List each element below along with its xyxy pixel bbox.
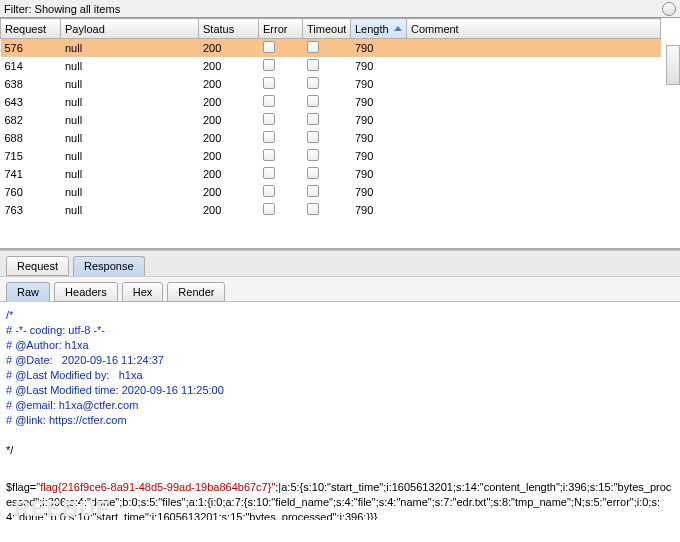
col-request[interactable]: Request (1, 19, 61, 39)
checkbox-icon (263, 131, 275, 143)
cell-request: 741 (1, 165, 61, 183)
response-line: # @link: https://ctfer.com (6, 413, 674, 428)
checkbox-icon (307, 41, 319, 53)
checkbox-icon (307, 131, 319, 143)
cell-comment (407, 129, 661, 147)
checkbox-icon (263, 113, 275, 125)
cell-request: 715 (1, 147, 61, 165)
tab-hex[interactable]: Hex (122, 282, 164, 302)
table-row[interactable]: 643null200790 (1, 93, 661, 111)
checkbox-icon (307, 77, 319, 89)
tab-headers[interactable]: Headers (54, 282, 118, 302)
response-line (6, 428, 674, 443)
results-table: Request Payload Status Error Timeout Len… (0, 18, 661, 219)
table-row[interactable]: 763null200790 (1, 201, 661, 219)
cell-timeout (303, 111, 351, 129)
cell-request: 763 (1, 201, 61, 219)
cell-error (259, 147, 303, 165)
cell-error (259, 165, 303, 183)
cell-request: 682 (1, 111, 61, 129)
table-row[interactable]: 741null200790 (1, 165, 661, 183)
checkbox-icon (263, 77, 275, 89)
cell-timeout (303, 75, 351, 93)
checkbox-icon (307, 149, 319, 161)
cell-length: 790 (351, 111, 407, 129)
col-timeout[interactable]: Timeout (303, 19, 351, 39)
col-comment[interactable]: Comment (407, 19, 661, 39)
cell-error (259, 201, 303, 219)
cell-status: 200 (199, 183, 259, 201)
checkbox-icon (263, 185, 275, 197)
tab-request[interactable]: Request (6, 256, 69, 276)
response-line: # @Author: h1xa (6, 338, 674, 353)
checkbox-icon (307, 203, 319, 215)
tab-response[interactable]: Response (73, 256, 145, 276)
cell-comment (407, 165, 661, 183)
table-row[interactable]: 638null200790 (1, 75, 661, 93)
results-scroll[interactable]: Request Payload Status Error Timeout Len… (0, 18, 680, 248)
cell-error (259, 183, 303, 201)
filter-config-button[interactable] (662, 2, 676, 16)
cell-request: 614 (1, 57, 61, 75)
cell-error (259, 39, 303, 58)
response-line: # @Last Modified by: h1xa (6, 368, 674, 383)
cell-timeout (303, 183, 351, 201)
cell-timeout (303, 93, 351, 111)
table-row[interactable]: 760null200790 (1, 183, 661, 201)
response-body[interactable]: /*# -*- coding: utf-8 -*-# @Author: h1xa… (0, 302, 680, 520)
checkbox-icon (263, 167, 275, 179)
cell-request: 576 (1, 39, 61, 58)
filter-bar[interactable]: Filter: Showing all items (0, 0, 680, 18)
cell-error (259, 75, 303, 93)
cell-length: 790 (351, 75, 407, 93)
col-payload[interactable]: Payload (61, 19, 199, 39)
cell-comment (407, 111, 661, 129)
cell-payload: null (61, 111, 199, 129)
cell-comment (407, 93, 661, 111)
table-row[interactable]: 682null200790 (1, 111, 661, 129)
cell-comment (407, 183, 661, 201)
cell-payload: null (61, 57, 199, 75)
cell-timeout (303, 147, 351, 165)
cell-timeout (303, 57, 351, 75)
sort-asc-icon (394, 26, 402, 31)
checkbox-icon (263, 95, 275, 107)
cell-comment (407, 147, 661, 165)
table-row[interactable]: 688null200790 (1, 129, 661, 147)
tab-raw[interactable]: Raw (6, 282, 50, 302)
cell-status: 200 (199, 147, 259, 165)
results-grid: Request Payload Status Error Timeout Len… (0, 18, 680, 250)
cell-payload: null (61, 75, 199, 93)
cell-status: 200 (199, 111, 259, 129)
cell-length: 790 (351, 57, 407, 75)
filter-label: Filter: Showing all items (4, 3, 120, 15)
cell-timeout (303, 201, 351, 219)
cell-length: 790 (351, 165, 407, 183)
checkbox-icon (263, 149, 275, 161)
cell-payload: null (61, 183, 199, 201)
cell-status: 200 (199, 75, 259, 93)
cell-error (259, 93, 303, 111)
cell-request: 688 (1, 129, 61, 147)
checkbox-icon (307, 167, 319, 179)
cell-status: 200 (199, 57, 259, 75)
cell-status: 200 (199, 129, 259, 147)
col-length[interactable]: Length (351, 19, 407, 39)
response-line: */ (6, 443, 674, 458)
checkbox-icon (263, 41, 275, 53)
response-line: # @email: h1xa@ctfer.com (6, 398, 674, 413)
vertical-scrollbar[interactable] (666, 45, 680, 85)
col-status[interactable]: Status (199, 19, 259, 39)
col-error[interactable]: Error (259, 19, 303, 39)
cell-status: 200 (199, 93, 259, 111)
table-row[interactable]: 576null200790 (1, 39, 661, 58)
cell-payload: null (61, 165, 199, 183)
checkbox-icon (307, 185, 319, 197)
table-row[interactable]: 715null200790 (1, 147, 661, 165)
tab-render[interactable]: Render (167, 282, 225, 302)
table-row[interactable]: 614null200790 (1, 57, 661, 75)
message-tabs: Request Response (0, 250, 680, 276)
checkbox-icon (263, 59, 275, 71)
cell-comment (407, 57, 661, 75)
cell-timeout (303, 39, 351, 58)
